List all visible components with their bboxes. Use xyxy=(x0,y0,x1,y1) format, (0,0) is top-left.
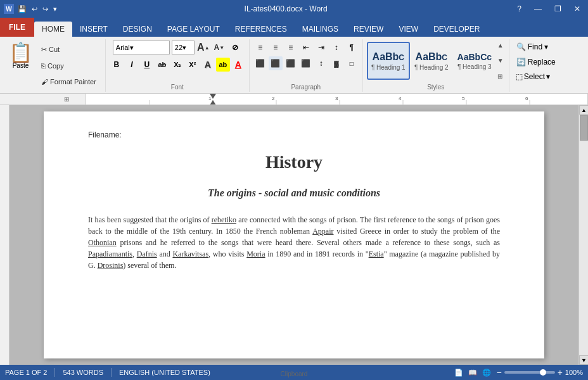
underline-button[interactable]: U xyxy=(140,58,154,72)
main-area: Filename: History The origins - social a… xyxy=(0,105,588,365)
numbering-button[interactable]: ≡ xyxy=(269,41,283,54)
filename-label: Filename: xyxy=(88,130,500,139)
text-effects-button[interactable]: A xyxy=(201,58,215,72)
redo-quick-btn[interactable]: ↪ xyxy=(41,4,49,15)
svg-text:6: 6 xyxy=(525,96,528,101)
styles-dialog-button[interactable]: ⊞ xyxy=(497,73,504,80)
bullets-button[interactable]: ≡ xyxy=(253,41,267,54)
scroll-thumb[interactable] xyxy=(580,115,588,141)
tab-view[interactable]: VIEW xyxy=(391,22,426,37)
tab-references[interactable]: REFERENCES xyxy=(227,22,295,37)
italic-button[interactable]: I xyxy=(125,58,139,72)
word-dafnis: Dafnis xyxy=(137,250,157,258)
tab-developer[interactable]: DEVELOPER xyxy=(426,22,487,37)
show-marks-button[interactable]: ¶ xyxy=(345,41,359,54)
find-button[interactable]: 🔍 Find ▾ xyxy=(513,41,559,53)
close-button[interactable]: ✕ xyxy=(570,3,584,15)
svg-text:2: 2 xyxy=(272,96,275,101)
subscript-button[interactable]: X₂ xyxy=(170,58,184,72)
increase-indent-button[interactable]: ⇥ xyxy=(314,41,328,54)
styles-scroll-up[interactable]: ▲ xyxy=(497,42,504,49)
title-bar: W 💾 ↩ ↪ ▾ IL-ates0400.docx - Word ? — ❐ … xyxy=(0,0,588,18)
document-body[interactable]: It has been suggested that the origins o… xyxy=(88,214,500,271)
font-size-input[interactable]: 22 ▾ xyxy=(172,41,195,54)
line-spacing-button[interactable]: ↕ xyxy=(314,56,328,70)
tab-page-layout[interactable]: PAGE LAYOUT xyxy=(160,22,227,37)
styles-gallery: AaBbC ¶ Heading 1 AaBbC ¶ Heading 2 AaBb… xyxy=(367,41,505,81)
superscript-button[interactable]: X² xyxy=(186,58,200,72)
style-heading3-label: ¶ Heading 3 xyxy=(457,63,492,70)
find-icon: 🔍 xyxy=(516,42,526,51)
highlight-button[interactable]: ab xyxy=(216,58,230,72)
editing-label xyxy=(513,89,559,91)
align-right-button[interactable]: ⬛ xyxy=(284,56,298,70)
document-area[interactable]: Filename: History The origins - social a… xyxy=(10,105,578,365)
tab-design[interactable]: DESIGN xyxy=(115,22,160,37)
style-heading2[interactable]: AaBbC ¶ Heading 2 xyxy=(410,42,453,80)
editing-group: 🔍 Find ▾ 🔄 Replace ⬚ Select ▾ xyxy=(509,39,563,92)
word-othonian: Othonian xyxy=(88,238,117,247)
word-estia: Estia xyxy=(369,250,384,258)
decrease-indent-button[interactable]: ⇤ xyxy=(299,41,313,54)
font-name-input[interactable]: Arial ▾ xyxy=(113,41,170,54)
tab-file[interactable]: FILE xyxy=(0,18,34,37)
bold-button[interactable]: B xyxy=(110,58,124,72)
borders-button[interactable]: □ xyxy=(345,56,359,70)
tab-review[interactable]: REVIEW xyxy=(346,22,391,37)
word-rebetiko: rebetiko xyxy=(212,215,236,224)
ribbon: 📋 Paste ✂ Cut ⎘ Copy 🖌 Format Painter Cl… xyxy=(0,37,588,94)
font-name-row: Arial ▾ 22 ▾ A▲ A▼ ⊘ xyxy=(113,41,242,54)
style-heading2-preview: AaBbC xyxy=(416,51,447,63)
tab-home[interactable]: HOME xyxy=(34,22,72,37)
help-button[interactable]: ? xyxy=(513,3,525,15)
zoom-slider[interactable] xyxy=(504,371,555,374)
word-appair: Appair xyxy=(312,227,333,236)
style-heading1[interactable]: AaBbC ¶ Heading 1 xyxy=(367,42,410,80)
shrink-font-button[interactable]: A▼ xyxy=(212,41,226,54)
tab-mailings[interactable]: MAILINGS xyxy=(295,22,346,37)
sort-button[interactable]: ↕ xyxy=(329,41,343,54)
zoom-thumb xyxy=(540,369,546,376)
clear-format-button[interactable]: ⊘ xyxy=(228,41,242,54)
multilevel-button[interactable]: ≡ xyxy=(284,41,298,54)
scroll-down-button[interactable]: ▼ xyxy=(579,355,588,365)
align-left-button[interactable]: ⬛ xyxy=(253,56,267,70)
grow-font-button[interactable]: A▲ xyxy=(196,41,210,54)
ruler: ⊞ 1 2 3 4 5 6 xyxy=(0,94,588,105)
clipboard-actions: ✂ Cut ⎘ Copy 🖌 Format Painter xyxy=(36,41,101,91)
document-page: Filename: History The origins - social a… xyxy=(44,111,544,358)
align-center-button[interactable]: ⬛ xyxy=(269,56,283,70)
format-painter-button[interactable]: 🖌 Format Painter xyxy=(39,77,99,87)
tab-insert[interactable]: INSERT xyxy=(72,22,115,37)
para-row-2: ⬛ ⬛ ⬛ ⬛ ↕ ▓ □ xyxy=(253,56,359,70)
scroll-track[interactable] xyxy=(579,115,588,355)
select-button[interactable]: ⬚ Select ▾ xyxy=(513,71,559,82)
replace-button[interactable]: 🔄 Replace xyxy=(513,56,559,68)
font-color-button[interactable]: A xyxy=(231,58,245,72)
document-title[interactable]: History xyxy=(88,152,500,172)
customize-quick-btn[interactable]: ▾ xyxy=(52,4,58,15)
word-papadiamantis: Papadiamantis xyxy=(88,250,132,258)
window-title: IL-ates0400.docx - Word xyxy=(58,4,513,13)
strikethrough-button[interactable]: ab xyxy=(155,58,169,72)
style-heading1-label: ¶ Heading 1 xyxy=(371,64,406,71)
style-heading1-preview: AaBbC xyxy=(373,51,404,63)
minimize-button[interactable]: — xyxy=(530,3,546,15)
styles-group: AaBbC ¶ Heading 1 AaBbC ¶ Heading 2 AaBb… xyxy=(363,39,509,92)
scroll-up-button[interactable]: ▲ xyxy=(579,105,588,115)
paragraph-group: ≡ ≡ ≡ ⇤ ⇥ ↕ ¶ ⬛ ⬛ ⬛ ⬛ ↕ ▓ □ Paragraph xyxy=(250,39,363,92)
paragraph-label: Paragraph xyxy=(253,82,359,91)
justify-button[interactable]: ⬛ xyxy=(299,56,313,70)
copy-button[interactable]: ⎘ Copy xyxy=(39,61,99,71)
save-quick-btn[interactable]: 💾 xyxy=(16,4,28,15)
paste-button[interactable]: 📋 Paste xyxy=(5,41,36,91)
document-subtitle[interactable]: The origins - social and music condition… xyxy=(88,187,500,199)
shading-button[interactable]: ▓ xyxy=(329,56,343,70)
paste-icon: 📋 xyxy=(9,43,32,62)
restore-button[interactable]: ❐ xyxy=(551,3,565,15)
styles-scroll-down[interactable]: ▼ xyxy=(497,57,504,64)
select-icon: ⬚ xyxy=(516,72,523,81)
cut-button[interactable]: ✂ Cut xyxy=(39,44,99,55)
style-heading3[interactable]: AaBbCc ¶ Heading 3 xyxy=(453,42,496,80)
undo-quick-btn[interactable]: ↩ xyxy=(30,4,39,15)
